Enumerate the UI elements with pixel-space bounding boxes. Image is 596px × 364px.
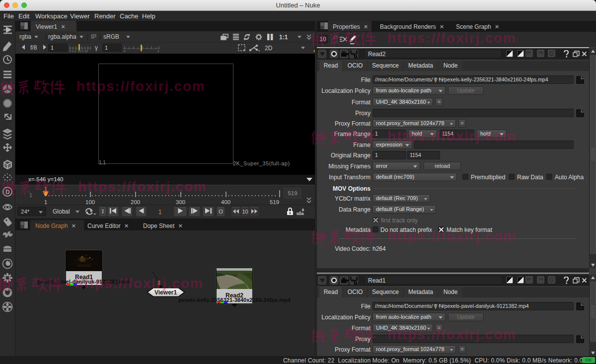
svg-text:2D: 2D [265, 45, 273, 52]
svg-text:0: 0 [124, 50, 126, 53]
svg-text:1:1: 1:1 [279, 34, 288, 41]
svg-text:1: 1 [157, 50, 159, 53]
svg-text:0 0.1 .51 2 10: 0 0.1 .51 2 10 [70, 50, 88, 53]
